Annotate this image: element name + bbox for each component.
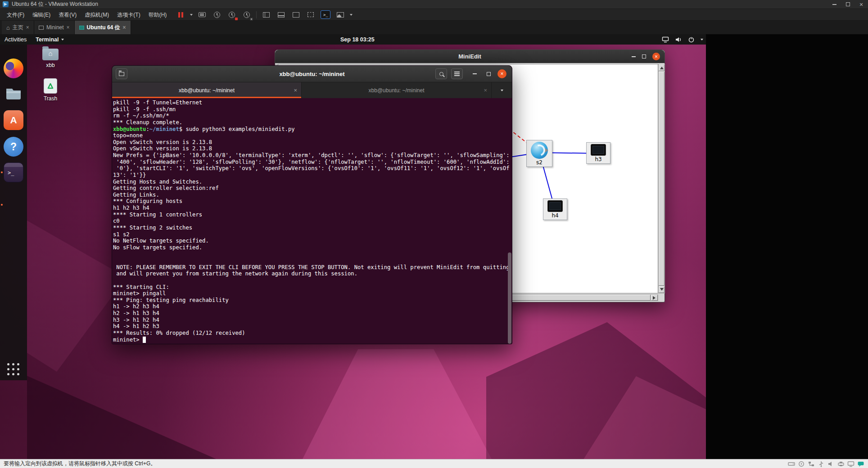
app-menu-button[interactable]: Terminal — [31, 36, 68, 43]
desktop-icon-label: xbb — [38, 62, 63, 68]
window-minimize-button[interactable] — [827, 0, 841, 9]
terminal-tab-1[interactable]: xbb@ubuntu: ~/mininet — [112, 82, 302, 98]
terminal-minimize-button[interactable] — [470, 69, 479, 78]
terminal-scrollbar-thumb[interactable] — [508, 252, 511, 344]
menu-vm[interactable]: 虚拟机(M) — [81, 9, 113, 21]
terminal-maximize-button[interactable] — [484, 69, 493, 78]
vmware-menubar: 文件(F) 编辑(E) 查看(V) 虚拟机(M) 选项卡(T) 帮助(H) — [0, 9, 868, 21]
folder-icon — [4, 84, 23, 104]
tab-ubuntu[interactable]: Ubuntu 64 位 — [75, 21, 131, 34]
hamburger-icon — [454, 73, 460, 74]
fullscreen-icon — [307, 12, 314, 17]
menu-button[interactable] — [451, 68, 463, 79]
tab-home-close-icon[interactable] — [26, 24, 29, 31]
sound-icon[interactable] — [827, 461, 835, 467]
menu-view[interactable]: 查看(V) — [54, 9, 81, 21]
maximize-icon[interactable] — [642, 54, 646, 58]
menu-file[interactable]: 文件(F) — [3, 9, 28, 21]
system-tray[interactable] — [662, 36, 703, 43]
terminal-tab-2[interactable]: xbb@ubuntu: ~/mininet — [302, 82, 492, 98]
tab-ubuntu-close-icon[interactable] — [123, 24, 126, 31]
help-icon[interactable] — [4, 137, 23, 157]
show-applications-button[interactable] — [6, 362, 21, 377]
firefox-icon[interactable] — [4, 58, 23, 78]
scroll-right-button[interactable] — [651, 295, 658, 301]
terminal-app-icon[interactable] — [4, 162, 23, 182]
screen-share-icon — [662, 36, 669, 43]
miniedit-node-s2[interactable]: s2 — [526, 140, 552, 167]
capture-dropdown-caret[interactable] — [350, 14, 353, 17]
snapshot-manager-button[interactable] — [241, 10, 252, 20]
suspend-dropdown-caret[interactable] — [190, 14, 193, 17]
arrow-down-icon — [660, 288, 664, 292]
vmware-logo-icon — [3, 1, 9, 7]
usb-icon[interactable] — [818, 461, 825, 467]
scrollbar-thumb[interactable] — [659, 72, 665, 286]
scroll-up-button[interactable] — [659, 64, 665, 71]
tab-close-icon[interactable] — [484, 87, 488, 94]
terminal-window: xbb@ubuntu: ~/mininet xbb@ubuntu: ~/mini… — [112, 65, 512, 344]
revert-snapshot-icon — [229, 12, 235, 18]
miniedit-node-h3[interactable]: h3 — [586, 142, 610, 164]
take-snapshot-button[interactable] — [212, 10, 222, 20]
desktop-icon-trash[interactable]: Trash — [38, 78, 63, 102]
close-icon[interactable] — [652, 53, 660, 60]
desktop-icon-home[interactable]: xbb — [38, 46, 63, 68]
tab-mininet-close-icon[interactable] — [67, 24, 70, 31]
miniedit-node-h4[interactable]: h4 — [543, 198, 567, 220]
terminal-titlebar[interactable]: xbb@ubuntu: ~/mininet — [112, 66, 512, 82]
host-icon — [591, 144, 606, 156]
tab-home[interactable]: 主页 — [2, 21, 34, 34]
window-maximize-button[interactable] — [841, 0, 854, 9]
device-tray — [788, 461, 864, 467]
show-thumbnail-bar-button[interactable] — [276, 10, 286, 20]
hard-disk-icon[interactable] — [788, 461, 795, 467]
node-label: s2 — [536, 159, 542, 166]
keyboard-icon — [199, 12, 206, 17]
chevron-down-icon — [701, 39, 703, 42]
grid-icon — [7, 363, 9, 365]
printer-icon[interactable] — [837, 461, 845, 467]
console-view-button[interactable] — [290, 10, 301, 20]
fullscreen-button[interactable] — [305, 10, 316, 20]
network-adapter-icon[interactable] — [808, 461, 815, 467]
tab-close-icon[interactable] — [294, 87, 297, 94]
tab-list-dropdown[interactable] — [492, 82, 512, 98]
library-pane-icon — [263, 12, 270, 18]
miniedit-vertical-scrollbar[interactable] — [658, 64, 665, 293]
activities-button[interactable]: Activities — [0, 36, 31, 43]
terminal-output[interactable]: pkill -9 -f Tunnel=Ethernetpkill -9 -f .… — [112, 98, 512, 344]
show-library-button[interactable] — [261, 10, 271, 20]
minimize-icon[interactable] — [632, 56, 636, 57]
menu-tabs[interactable]: 选项卡(T) — [113, 9, 144, 21]
vmware-window-controls — [827, 0, 868, 9]
tab-mininet[interactable]: Mininet — [34, 21, 75, 34]
terminal-view-button[interactable] — [320, 10, 331, 20]
vmware-toolbar — [175, 10, 353, 20]
new-tab-button[interactable] — [116, 68, 127, 79]
snapshot-manager-icon — [244, 12, 250, 18]
desktop-icon-label: Trash — [38, 95, 63, 102]
cdrom-icon[interactable] — [798, 461, 805, 467]
display-icon[interactable] — [847, 461, 854, 467]
suspend-button[interactable] — [175, 10, 186, 20]
search-icon — [439, 72, 443, 76]
menu-help[interactable]: 帮助(H) — [145, 9, 171, 21]
trash-icon — [44, 78, 57, 94]
message-icon[interactable] — [857, 461, 864, 467]
miniedit-titlebar[interactable]: MiniEdit — [275, 50, 665, 63]
ubuntu-software-icon[interactable] — [4, 110, 23, 130]
window-close-button[interactable] — [854, 0, 868, 9]
terminal-close-button[interactable] — [497, 69, 506, 78]
capture-screen-button[interactable] — [335, 10, 346, 20]
maximize-icon — [846, 2, 850, 6]
files-icon[interactable] — [4, 84, 23, 104]
vmware-tabbar: 主页 Mininet Ubuntu 64 位 — [0, 21, 868, 34]
menu-edit[interactable]: 编辑(E) — [28, 9, 54, 21]
revert-snapshot-button[interactable] — [226, 10, 237, 20]
terminal-view-icon — [321, 10, 330, 19]
ctrl-alt-del-button[interactable] — [197, 10, 208, 20]
search-button[interactable] — [435, 68, 447, 79]
clock-button[interactable]: Sep 18 03:25 — [340, 36, 375, 43]
scroll-down-button[interactable] — [659, 286, 665, 293]
